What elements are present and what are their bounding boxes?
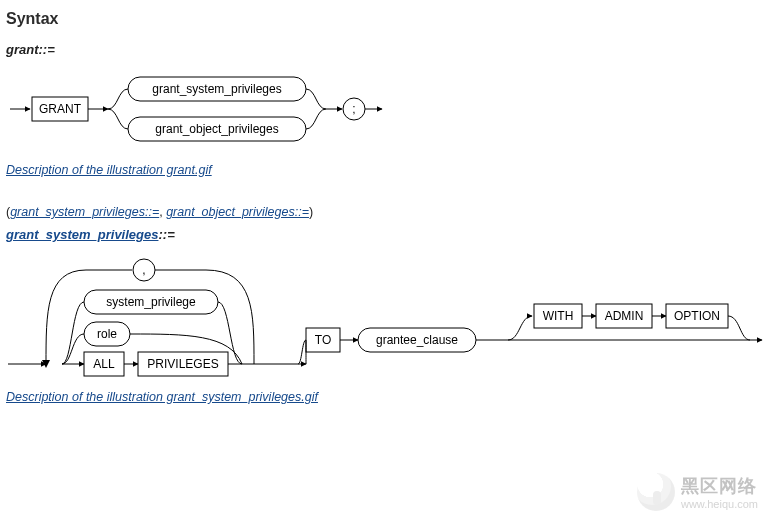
watermark-line2: www.heiqu.com — [681, 498, 758, 510]
desc-link-grant[interactable]: Description of the illustration grant.gi… — [6, 163, 212, 177]
branch-sys-priv: grant_system_privileges — [152, 82, 281, 96]
terminator: ; — [352, 102, 355, 116]
rule-grant-label: grant::= — [6, 42, 760, 57]
rule-sep: ::= — [39, 42, 55, 57]
link-obj-priv[interactable]: grant_object_privileges::= — [166, 205, 309, 219]
paren-refs: (grant_system_privileges::=, grant_objec… — [6, 205, 760, 219]
kw-grant: GRANT — [39, 102, 82, 116]
rule-name-link[interactable]: grant_system_privileges — [6, 227, 158, 242]
desc-link-gsp[interactable]: Description of the illustration grant_sy… — [6, 390, 318, 404]
diagram-grant: GRANT grant_system_privileges grant_obje… — [6, 67, 760, 155]
kw-option: OPTION — [674, 309, 720, 323]
syntax-heading: Syntax — [6, 10, 760, 28]
rule-name: grant — [6, 42, 39, 57]
watermark-logo-icon — [637, 473, 675, 511]
alt-system-privilege: system_privilege — [106, 295, 196, 309]
kw-to: TO — [315, 333, 331, 347]
rule-sep: ::= — [158, 227, 174, 242]
rule-gsp-label: grant_system_privileges::= — [6, 227, 760, 242]
alt-role: role — [97, 327, 117, 341]
kw-with: WITH — [543, 309, 574, 323]
watermark-line1: 黑区网络 — [681, 474, 758, 498]
watermark: 黑区网络 www.heiqu.com — [637, 473, 758, 511]
loop-comma: , — [142, 263, 145, 277]
grantee-clause: grantee_clause — [376, 333, 458, 347]
kw-privileges: PRIVILEGES — [147, 357, 218, 371]
diagram-grant-sys-priv: , system_privilege role ALL PRIVILEGES — [6, 252, 760, 382]
branch-obj-priv: grant_object_privileges — [155, 122, 278, 136]
kw-all: ALL — [93, 357, 115, 371]
kw-admin: ADMIN — [605, 309, 644, 323]
link-sys-priv[interactable]: grant_system_privileges::= — [10, 205, 159, 219]
